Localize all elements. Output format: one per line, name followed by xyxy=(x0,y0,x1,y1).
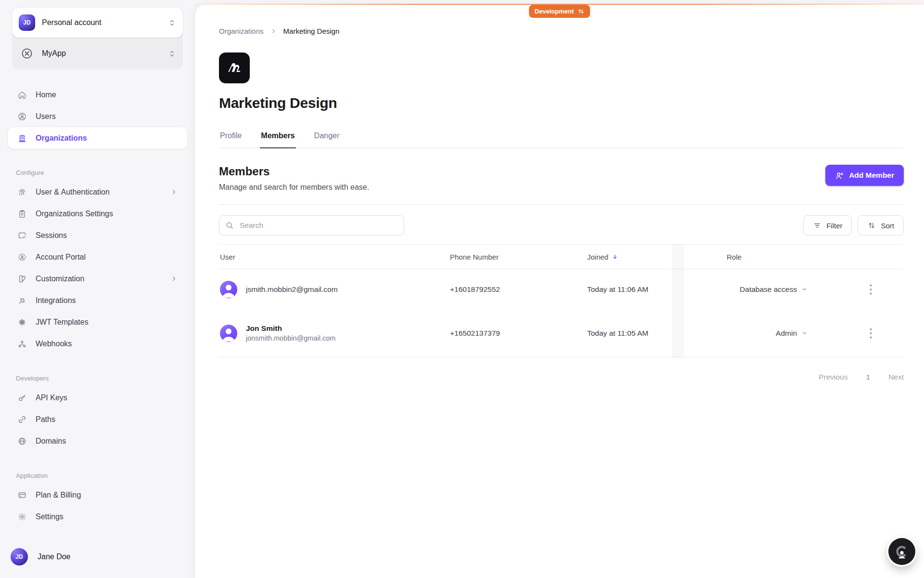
user-avatar: JD xyxy=(11,548,28,565)
filter-label: Filter xyxy=(826,222,842,230)
sidebar-item-label: Home xyxy=(36,91,178,99)
member-phone: +16018792552 xyxy=(450,285,587,294)
sidebar-item-label: Integrations xyxy=(36,296,178,305)
member-row[interactable]: jsmith.mobbin2@gmail.com +16018792552 To… xyxy=(219,269,904,309)
role-value: Database access xyxy=(740,285,797,294)
section-title: Configure xyxy=(8,169,187,181)
account-switcher[interactable]: JD Personal account xyxy=(12,8,183,38)
page-title: Marketing Design xyxy=(219,95,904,111)
row-menu-button[interactable] xyxy=(864,326,877,341)
members-description: Manage and search for members with ease. xyxy=(219,183,369,192)
clerk-user-fab[interactable] xyxy=(888,538,915,565)
member-phone: +16502137379 xyxy=(450,329,587,338)
column-header-joined[interactable]: Joined xyxy=(587,253,727,261)
section-divider xyxy=(219,204,904,205)
tab-danger[interactable]: Danger xyxy=(313,131,340,148)
chevrons-up-down-icon xyxy=(168,50,176,58)
sidebar-item-paths[interactable]: Paths xyxy=(8,408,187,430)
members-toolbar: Filter Sort xyxy=(219,215,904,236)
sidebar-item-account-portal[interactable]: Account Portal xyxy=(8,246,187,268)
sidebar-section-application: Application Plan & Billing Settings xyxy=(8,472,187,527)
breadcrumb-organizations[interactable]: Organizations xyxy=(219,27,264,35)
row-menu-button[interactable] xyxy=(864,282,877,297)
environment-badge[interactable]: Development xyxy=(529,5,590,18)
breadcrumb: Organizations Marketing Design xyxy=(219,27,904,35)
next-page-button[interactable]: Next xyxy=(888,373,904,381)
user-plus-icon xyxy=(835,171,844,180)
app-switcher-label: MyApp xyxy=(42,49,161,58)
role-select[interactable]: Database access xyxy=(740,285,808,294)
organization-logo xyxy=(219,53,250,83)
sidebar-item-organizations-settings[interactable]: Organizations Settings xyxy=(8,203,187,224)
sort-button[interactable]: Sort xyxy=(858,215,904,236)
sidebar-item-label: Customization xyxy=(36,275,162,283)
sidebar-item-label: Domains xyxy=(36,437,178,446)
environment-badge-label: Development xyxy=(535,8,574,15)
sort-arrows-icon xyxy=(867,221,876,230)
filter-button[interactable]: Filter xyxy=(803,215,852,236)
sidebar-item-sessions[interactable]: Sessions xyxy=(8,224,187,246)
chevrons-up-down-icon xyxy=(168,19,176,27)
previous-page-button[interactable]: Previous xyxy=(819,373,847,381)
arrows-up-down-icon xyxy=(578,8,584,14)
chevron-down-icon xyxy=(801,286,808,292)
search-icon xyxy=(225,221,234,230)
sidebar-item-users[interactable]: Users xyxy=(8,105,187,127)
swatches-icon xyxy=(17,274,27,284)
user-name: Jane Doe xyxy=(38,552,71,561)
sidebar-item-label: Paths xyxy=(36,415,178,424)
column-header-role[interactable]: Role xyxy=(727,253,904,261)
column-header-user[interactable]: User xyxy=(219,253,450,261)
globe-icon xyxy=(17,436,27,446)
sidebar-section-configure: Configure User & Authentication Organiza… xyxy=(8,169,187,355)
add-member-label: Add Member xyxy=(849,171,894,180)
member-row[interactable]: Jon Smith jonsmith.mobbin@gmail.com +165… xyxy=(219,309,904,357)
sidebar-item-jwt-templates[interactable]: JWT Templates xyxy=(8,311,187,333)
sidebar: JD Personal account MyApp Home xyxy=(0,0,195,578)
gear-icon xyxy=(17,512,27,522)
app-switcher[interactable]: MyApp xyxy=(12,38,183,69)
clipboard-icon xyxy=(17,209,27,219)
link-icon xyxy=(17,415,27,424)
sidebar-item-label: Settings xyxy=(36,512,178,521)
sidebar-item-label: JWT Templates xyxy=(36,318,178,327)
sidebar-item-plan-billing[interactable]: Plan & Billing xyxy=(8,484,187,506)
sidebar-item-user-authentication[interactable]: User & Authentication xyxy=(8,181,187,203)
tab-profile[interactable]: Profile xyxy=(219,131,243,148)
sidebar-section-developers: Developers API Keys Paths Domains xyxy=(8,375,187,452)
sidebar-item-integrations[interactable]: Integrations xyxy=(8,289,187,311)
search-input[interactable] xyxy=(219,215,404,236)
member-email: jonsmith.mobbin@gmail.com xyxy=(246,334,335,342)
chevron-right-icon xyxy=(170,275,178,282)
section-title: Developers xyxy=(8,375,187,387)
add-member-button[interactable]: Add Member xyxy=(825,165,904,186)
sort-label: Sort xyxy=(881,222,894,230)
sidebar-item-label: User & Authentication xyxy=(36,188,162,197)
role-select[interactable]: Admin xyxy=(776,329,808,338)
filter-icon xyxy=(813,221,821,230)
sidebar-item-customization[interactable]: Customization xyxy=(8,268,187,289)
column-header-phone[interactable]: Phone Number xyxy=(450,253,587,261)
members-heading: Members xyxy=(219,165,369,178)
account-switcher-label: Personal account xyxy=(42,18,161,27)
sidebar-nav: Home Users Organizations xyxy=(8,84,187,149)
current-user-button[interactable]: JD Jane Doe xyxy=(11,548,71,565)
sidebar-item-organizations[interactable]: Organizations xyxy=(8,127,187,149)
app-logo-icon xyxy=(21,47,33,60)
chevron-right-icon xyxy=(170,188,178,196)
pagination: Previous 1 Next xyxy=(219,373,904,381)
sidebar-item-home[interactable]: Home xyxy=(8,84,187,105)
sidebar-item-settings[interactable]: Settings xyxy=(8,506,187,527)
sidebar-item-webhooks[interactable]: Webhooks xyxy=(8,333,187,355)
workspace-switcher: JD Personal account MyApp xyxy=(12,8,183,69)
sidebar-item-label: Users xyxy=(36,112,178,121)
sidebar-item-label: Account Portal xyxy=(36,253,178,262)
sidebar-item-label: Organizations Settings xyxy=(36,210,178,218)
tab-members[interactable]: Members xyxy=(260,131,295,148)
home-icon xyxy=(17,90,27,100)
member-name: Jon Smith xyxy=(246,324,335,333)
sidebar-item-domains[interactable]: Domains xyxy=(8,430,187,452)
sidebar-item-api-keys[interactable]: API Keys xyxy=(8,387,187,408)
member-avatar xyxy=(220,281,237,298)
page-number: 1 xyxy=(866,373,871,381)
